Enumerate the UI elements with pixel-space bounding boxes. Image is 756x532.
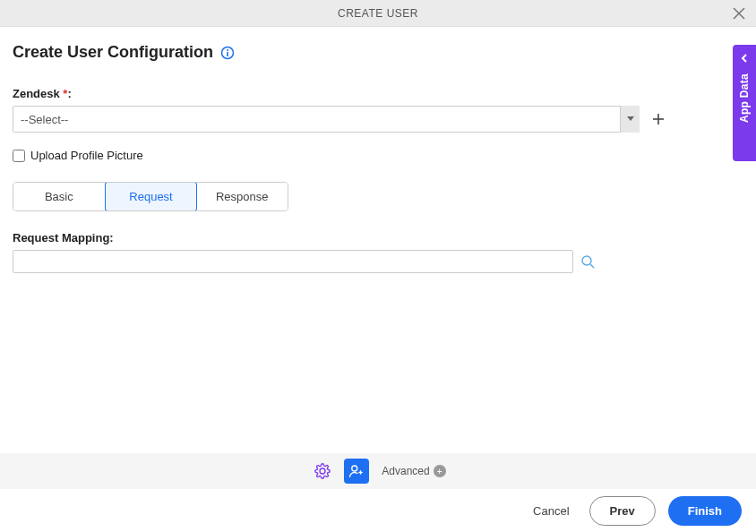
- close-button[interactable]: [733, 7, 745, 20]
- close-icon: [733, 7, 745, 20]
- zendesk-row: [13, 106, 743, 133]
- dialog-footer: Cancel Prev Finish: [0, 489, 756, 532]
- request-mapping-label: Request Mapping:: [13, 231, 743, 245]
- gear-icon: [314, 463, 331, 479]
- plus-circle-icon: +: [434, 465, 446, 477]
- advanced-toggle[interactable]: Advanced +: [382, 465, 445, 477]
- app-data-panel-toggle[interactable]: App Data: [733, 45, 756, 161]
- tab-basic[interactable]: Basic: [13, 183, 106, 210]
- zendesk-select[interactable]: [13, 106, 640, 133]
- advanced-label: Advanced: [382, 465, 429, 477]
- svg-point-9: [352, 466, 357, 471]
- app-data-label: App Data: [738, 73, 751, 123]
- config-tabs: Basic Request Response: [13, 182, 288, 211]
- svg-line-8: [590, 264, 594, 268]
- plus-icon: [651, 112, 666, 126]
- zendesk-label: Zendesk *:: [13, 87, 743, 100]
- svg-point-7: [582, 256, 591, 265]
- create-user-step-button[interactable]: [344, 459, 369, 484]
- search-mapping-button[interactable]: [580, 254, 595, 269]
- dialog-content: Create User Configuration Zendesk *: Upl…: [0, 27, 756, 273]
- tab-response[interactable]: Response: [196, 183, 288, 210]
- tab-request[interactable]: Request: [105, 182, 198, 211]
- svg-rect-4: [227, 52, 228, 56]
- cancel-button[interactable]: Cancel: [526, 499, 576, 523]
- dialog-header: CREATE USER: [0, 0, 756, 27]
- upload-profile-label[interactable]: Upload Profile Picture: [30, 149, 143, 162]
- info-icon[interactable]: [220, 46, 235, 60]
- zendesk-select-input[interactable]: [13, 106, 640, 133]
- upload-profile-checkbox[interactable]: [13, 150, 25, 162]
- request-mapping-input[interactable]: [13, 250, 573, 273]
- finish-button[interactable]: Finish: [668, 496, 742, 526]
- user-plus-icon: [348, 463, 365, 479]
- add-zendesk-button[interactable]: [649, 109, 668, 129]
- chevron-left-icon: [740, 54, 749, 63]
- settings-step-button[interactable]: [310, 459, 335, 484]
- request-mapping-row: [13, 250, 743, 273]
- page-title-row: Create User Configuration: [13, 43, 743, 62]
- page-title: Create User Configuration: [13, 43, 213, 62]
- svg-point-3: [227, 49, 228, 51]
- prev-button[interactable]: Prev: [589, 496, 656, 526]
- search-icon: [580, 254, 595, 269]
- bottom-toolbar: Advanced +: [0, 453, 756, 489]
- upload-profile-row: Upload Profile Picture: [13, 149, 743, 162]
- dialog-title: CREATE USER: [0, 7, 756, 20]
